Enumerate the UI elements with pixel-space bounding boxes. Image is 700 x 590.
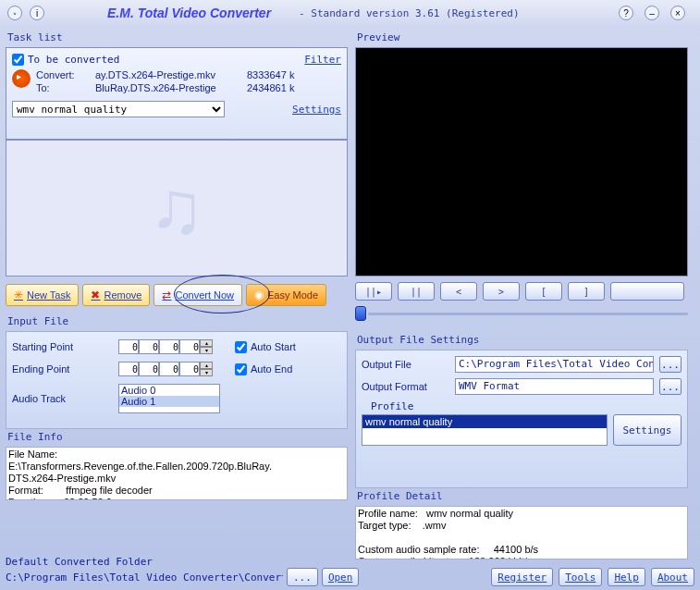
input-file-panel: Starting Point ▴▾ Auto Start Ending Poin… <box>6 331 348 429</box>
audio-track-label: Audio Track <box>12 393 118 404</box>
filter-link[interactable]: Filter <box>304 54 341 66</box>
pause-button[interactable]: || <box>398 282 435 301</box>
end-m[interactable] <box>139 362 159 376</box>
tools-button[interactable]: Tools <box>559 568 602 586</box>
mark-out-button[interactable]: ] <box>568 282 605 301</box>
register-button[interactable]: Register <box>491 568 553 586</box>
end-h[interactable] <box>118 362 139 376</box>
output-file-browse[interactable]: ... <box>659 356 682 373</box>
help-button[interactable]: Help <box>608 568 645 586</box>
output-file-field[interactable]: C:\Program Files\Total Video Convert <box>455 356 654 373</box>
input-file-header: Input File <box>7 315 348 327</box>
fileinfo-line: Format: ffmpeg file decoder <box>8 485 345 497</box>
start-spinner[interactable]: ▴▾ <box>200 339 213 354</box>
easy-mode-button[interactable]: ◉Easy Mode <box>246 284 326 306</box>
fileinfo-line: E:\Transformers.Revenge.of.the.Fallen.20… <box>8 461 345 473</box>
audio-track-list[interactable]: Audio 0 Audio 1 <box>118 384 220 413</box>
output-format-field[interactable]: WMV Format <box>455 378 654 395</box>
detail-line: Target type: .wmv <box>358 520 685 532</box>
auto-start-label: Auto Start <box>251 341 296 352</box>
profile-list[interactable]: wmv normal quality <box>362 414 608 446</box>
easy-icon: ◉ <box>254 289 264 301</box>
titlebar: ◦ i E.M. Total Video Converter - Standar… <box>0 0 700 26</box>
end-ms[interactable] <box>179 362 200 376</box>
profile-label: Profile <box>371 400 682 412</box>
app-menu-icon[interactable]: ◦ <box>7 6 22 20</box>
to-be-converted-label: To be converted <box>28 54 119 66</box>
convert-now-button[interactable]: ⇄Convert Now <box>154 284 242 306</box>
plus-icon: ✳ <box>14 289 23 301</box>
end-s[interactable] <box>159 362 179 376</box>
output-file-label: Output File <box>362 359 449 370</box>
output-format-browse[interactable]: ... <box>659 378 682 395</box>
queue-bg-icon: ♫ <box>6 141 347 276</box>
end-spinner[interactable]: ▴▾ <box>200 362 213 376</box>
audio-option-0[interactable]: Audio 0 <box>119 385 219 396</box>
task-settings-link[interactable]: Settings <box>292 104 341 116</box>
preview-canvas <box>355 47 688 277</box>
convert-icon: ⇄ <box>162 289 171 301</box>
convert-size: 8333647 k <box>247 69 312 80</box>
auto-start-checkbox[interactable] <box>235 341 247 353</box>
start-s[interactable] <box>159 339 179 354</box>
action-button-row: ✳New Task ✖Remove ⇄Convert Now ◉Easy Mod… <box>6 284 348 306</box>
fileinfo-line: File Name: <box>8 449 345 461</box>
slider-thumb-icon[interactable] <box>355 306 366 321</box>
new-task-button[interactable]: ✳New Task <box>6 284 79 306</box>
default-folder-header: Default Converted Folder <box>6 556 694 568</box>
auto-end-checkbox[interactable] <box>235 363 247 375</box>
playback-controls: ||▸ || < > [ ] <box>355 282 688 301</box>
info-icon[interactable]: i <box>30 6 44 20</box>
start-m[interactable] <box>139 339 159 354</box>
blank-button[interactable] <box>610 282 684 301</box>
detail-line: Custom audio sample rate: 44100 b/s <box>358 544 685 556</box>
media-file-icon <box>12 69 31 88</box>
ending-point-label: Ending Point <box>12 363 118 375</box>
preview-header: Preview <box>357 31 688 43</box>
file-info-panel[interactable]: File Name: E:\Transformers.Revenge.of.th… <box>6 447 348 500</box>
profile-detail-panel[interactable]: Profile name: wmv normal quality Target … <box>355 506 688 559</box>
start-ms[interactable] <box>179 339 200 354</box>
profile-item-selected[interactable]: wmv normal quality <box>362 415 607 428</box>
browse-folder-button[interactable]: ... <box>287 568 318 586</box>
profile-detail-header: Profile Detail <box>357 490 688 502</box>
convert-file: ay.DTS.x264-Prestige.mkv <box>95 69 243 80</box>
remove-button[interactable]: ✖Remove <box>82 284 150 306</box>
default-folder-path: C:\Program Files\Total Video Converter\C… <box>6 572 283 584</box>
task-list-header: Task list <box>7 31 348 43</box>
seek-slider[interactable] <box>355 306 688 321</box>
version-text: - Standard version 3.61 (Registered) <box>299 7 519 19</box>
output-settings-panel: Output File C:\Program Files\Total Video… <box>355 350 688 488</box>
about-button[interactable]: About <box>651 568 694 586</box>
audio-option-1[interactable]: Audio 1 <box>119 396 219 407</box>
fileinfo-line: Duration: 02:29:53.0 <box>8 497 345 500</box>
convert-label: Convert: <box>36 69 92 80</box>
starting-point-label: Starting Point <box>12 341 118 352</box>
to-be-converted-checkbox[interactable] <box>12 54 24 66</box>
minimize-icon[interactable]: – <box>645 6 659 20</box>
help-icon[interactable]: ? <box>619 6 633 20</box>
back-button[interactable]: < <box>440 282 477 301</box>
open-folder-button[interactable]: Open <box>322 568 360 586</box>
output-format-label: Output Format <box>362 381 449 392</box>
to-size: 2434861 k <box>247 82 312 93</box>
output-settings-header: Output File Settings <box>357 334 688 346</box>
remove-icon: ✖ <box>91 289 100 301</box>
forward-button[interactable]: > <box>483 282 520 301</box>
quality-select[interactable]: wmv normal quality <box>12 101 225 117</box>
file-info-header: File Info <box>7 431 348 443</box>
fileinfo-line: DTS.x264-Prestige.mkv <box>8 473 345 485</box>
detail-line <box>358 532 685 544</box>
profile-settings-button[interactable]: Settings <box>613 414 682 446</box>
start-h[interactable] <box>118 339 139 354</box>
close-icon[interactable]: × <box>670 6 685 20</box>
slider-track[interactable] <box>368 313 688 315</box>
play-button[interactable]: ||▸ <box>355 282 392 301</box>
to-label: To: <box>36 82 92 93</box>
detail-line: Profile name: wmv normal quality <box>358 508 685 520</box>
queue-panel: ♫ <box>6 140 348 277</box>
task-panel: To be converted Filter Convert: ay.DTS.x… <box>6 47 348 140</box>
mark-in-button[interactable]: [ <box>525 282 562 301</box>
to-file: BluRay.DTS.x264-Prestige <box>95 82 243 93</box>
auto-end-label: Auto End <box>251 363 292 375</box>
